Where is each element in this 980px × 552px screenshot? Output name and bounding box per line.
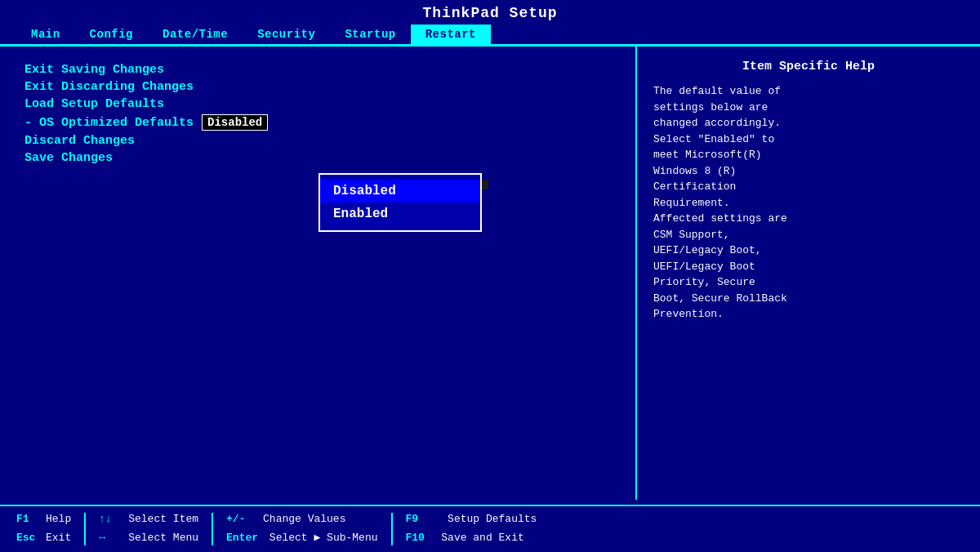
key-updown: ↑↓ <box>99 511 123 528</box>
key-updown-action: Select Item <box>128 511 198 528</box>
key-plusminus: +/- <box>226 511 245 528</box>
bottom-bar: F1 Help Esc Exit ↑↓ Select Item ↔ Select… <box>0 505 980 552</box>
key-f10-action: Save and Exit <box>435 530 524 547</box>
key-group-plusminus-enter: +/- Change Values Enter Select ▶ Sub-Men… <box>226 511 377 547</box>
sep3 <box>391 513 393 545</box>
menu-exit-saving[interactable]: Exit Saving Changes <box>24 63 611 77</box>
dropdown-overlay: Disabled Enabled <box>318 173 482 232</box>
app-title: ThinkPad Setup <box>422 5 557 21</box>
tab-config[interactable]: Config <box>75 24 148 44</box>
menu-discard-changes[interactable]: Discard Changes <box>24 134 611 148</box>
key-f10: F10 <box>406 530 430 547</box>
sep2 <box>212 513 213 545</box>
nav-tabs: Main Config Date/Time Security Startup R… <box>0 24 980 46</box>
key-enter-action: Select ▶ Sub-Menu <box>263 530 377 547</box>
menu-load-defaults[interactable]: Load Setup Defaults <box>24 97 611 111</box>
left-panel: Exit Saving Changes Exit Discarding Chan… <box>0 47 637 500</box>
key-enter: Enter <box>226 530 258 547</box>
key-f9-action: Setup Defaults <box>435 511 537 528</box>
key-plusminus-action: Change Values <box>250 511 345 528</box>
dropdown-item-disabled[interactable]: Disabled <box>320 180 480 203</box>
main-content: Exit Saving Changes Exit Discarding Chan… <box>0 46 980 500</box>
tab-restart[interactable]: Restart <box>411 24 491 44</box>
tab-security[interactable]: Security <box>243 24 330 44</box>
dropdown-item-enabled[interactable]: Enabled <box>320 203 480 225</box>
key-group-arrows: ↑↓ Select Item ↔ Select Menu <box>99 511 198 547</box>
title-bar: ThinkPad Setup <box>0 0 980 24</box>
key-leftright: ↔ <box>99 530 123 547</box>
os-defaults-label: - OS Optimized Defaults <box>24 116 194 130</box>
key-f1-action: Help <box>46 511 71 528</box>
key-group-f9-f10: F9 Setup Defaults F10 Save and Exit <box>406 511 537 547</box>
menu-os-defaults[interactable]: - OS Optimized Defaults Disabled <box>24 114 611 131</box>
key-group-f1-esc: F1 Help Esc Exit <box>16 511 71 547</box>
help-title: Item Specific Help <box>653 60 964 73</box>
key-esc: Esc <box>16 530 41 547</box>
menu-exit-discarding[interactable]: Exit Discarding Changes <box>24 80 611 94</box>
key-esc-action: Exit <box>46 530 71 547</box>
key-leftright-action: Select Menu <box>128 530 198 547</box>
os-defaults-value: Disabled <box>202 114 268 131</box>
key-f1: F1 <box>16 511 41 528</box>
sep1 <box>84 513 86 545</box>
key-f9: F9 <box>406 511 430 528</box>
help-text: The default value of settings below are … <box>653 83 964 323</box>
tab-main[interactable]: Main <box>16 24 75 44</box>
dropdown-box[interactable]: Disabled Enabled <box>318 173 482 232</box>
tab-datetime[interactable]: Date/Time <box>148 24 243 44</box>
tab-startup[interactable]: Startup <box>330 24 410 44</box>
right-panel: Item Specific Help The default value of … <box>637 47 980 500</box>
menu-save-changes[interactable]: Save Changes <box>24 151 611 165</box>
